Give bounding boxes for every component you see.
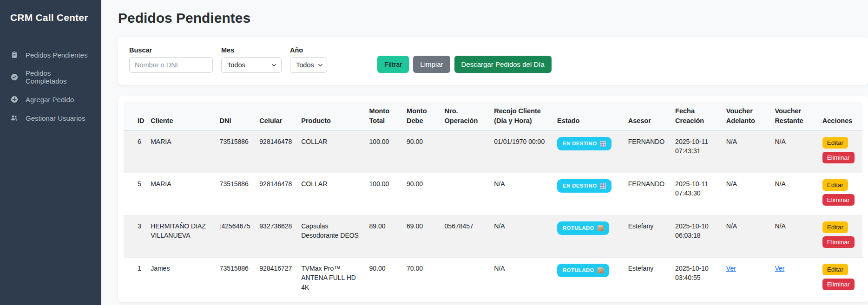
column-header: Fecha Creación bbox=[671, 102, 723, 131]
sidebar-item-label: Pedidos Pendientes bbox=[26, 51, 87, 59]
cell-nro_operacion bbox=[441, 131, 491, 173]
cell-fecha_creacion: 2025-10-11 07:43:31 bbox=[671, 131, 723, 173]
sidebar-item-agregar-pedido[interactable]: Agregar Pedido bbox=[0, 90, 101, 109]
cell-actions: EditarEliminar bbox=[819, 131, 862, 173]
cell-nro_operacion bbox=[441, 173, 491, 215]
page-title: Pedidos Pendientes bbox=[118, 10, 868, 26]
sidebar-item-pedidos-pendientes[interactable]: Pedidos Pendientes bbox=[0, 45, 101, 64]
column-header: Cliente bbox=[147, 102, 216, 131]
sidebar-item-gestionar-usuarios[interactable]: Gestionar Usuarios bbox=[0, 109, 101, 127]
column-header: Estado bbox=[553, 102, 625, 131]
building-icon bbox=[600, 183, 606, 189]
cell-monto_total: 100.00 bbox=[366, 131, 403, 173]
cell-actions: EditarEliminar bbox=[819, 215, 862, 258]
delete-button[interactable]: Eliminar bbox=[822, 194, 855, 206]
status-label: EN DESTINO bbox=[563, 140, 597, 148]
year-select[interactable]: Todos bbox=[290, 57, 327, 73]
cell-producto: TVMax Pro™ ANTENA FULL HD 4K bbox=[297, 258, 365, 300]
package-icon bbox=[598, 267, 604, 273]
cell-celular: 928416727 bbox=[256, 258, 297, 300]
search-input[interactable] bbox=[129, 57, 213, 73]
table-row: 6MARIA73515886928146478COLLAR100.0090.00… bbox=[124, 131, 862, 173]
cell-monto_debe: 90.00 bbox=[403, 131, 441, 173]
cell-voucher_restante: N/A bbox=[771, 215, 818, 258]
cell-monto_total: 90.00 bbox=[366, 258, 403, 300]
package-icon bbox=[598, 225, 604, 231]
cell-producto: COLLAR bbox=[297, 173, 365, 215]
cell-actions: EditarEliminar bbox=[819, 258, 862, 300]
cell-celular: 932736628 bbox=[256, 215, 297, 258]
filter-button[interactable]: Filtrar bbox=[377, 56, 409, 73]
sidebar-nav: Pedidos Pendientes Pedidos Completados A… bbox=[0, 45, 101, 127]
cell-fecha_creacion: 2025-10-11 07:43:30 bbox=[671, 173, 723, 215]
cell-cliente: MARIA bbox=[147, 131, 216, 173]
table-header-row: IDClienteDNICelularProductoMonto TotalMo… bbox=[124, 102, 862, 131]
download-orders-button[interactable]: Descargar Pedidos del Día bbox=[454, 56, 552, 73]
clipboard-icon bbox=[10, 51, 19, 59]
delete-button[interactable]: Eliminar bbox=[822, 236, 855, 248]
edit-button[interactable]: Editar bbox=[822, 137, 848, 149]
cell-producto: Capsulas Desodorante DEOS bbox=[297, 215, 365, 258]
cell-dni: 73515886 bbox=[216, 258, 256, 300]
year-label: Año bbox=[290, 46, 327, 54]
cell-id: 6 bbox=[124, 131, 147, 173]
status-label: ROTULADO bbox=[563, 266, 594, 274]
voucher-ver-link[interactable]: Ver bbox=[726, 265, 736, 272]
cell-celular: 928146478 bbox=[256, 131, 297, 173]
cell-recojo: N/A bbox=[490, 215, 553, 258]
delete-button[interactable]: Eliminar bbox=[822, 152, 855, 163]
cell-nro_operacion bbox=[441, 258, 491, 300]
column-header: DNI bbox=[216, 102, 256, 131]
delete-button[interactable]: Eliminar bbox=[822, 279, 855, 290]
cell-voucher_adelanto: Ver bbox=[723, 258, 771, 300]
cell-fecha_creacion: 2025-10-10 06:03:18 bbox=[671, 215, 723, 258]
column-header: Recojo Cliente (Día y Hora) bbox=[490, 102, 553, 131]
column-header: ID bbox=[124, 102, 147, 131]
main-content: Pedidos Pendientes Buscar Mes Todos Año … bbox=[101, 0, 868, 305]
chevron-down-icon bbox=[271, 63, 276, 68]
clear-button[interactable]: Limpiar bbox=[413, 56, 450, 73]
year-select-value: Todos bbox=[296, 61, 314, 69]
users-gear-icon bbox=[10, 114, 19, 122]
cell-voucher_restante: N/A bbox=[771, 173, 818, 215]
orders-table: IDClienteDNICelularProductoMonto TotalMo… bbox=[124, 102, 862, 299]
sidebar: CRM Call Center Pedidos Pendientes Pedid… bbox=[0, 0, 101, 305]
edit-button[interactable]: Editar bbox=[822, 264, 848, 275]
plus-circle-icon bbox=[10, 95, 19, 104]
search-label: Buscar bbox=[129, 46, 213, 54]
cell-nro_operacion: 05678457 bbox=[441, 215, 491, 258]
cell-id: 5 bbox=[124, 173, 147, 215]
cell-cliente: MARIA bbox=[147, 173, 216, 215]
edit-button[interactable]: Editar bbox=[822, 221, 848, 233]
month-select[interactable]: Todos bbox=[221, 57, 282, 73]
column-header: Monto Total bbox=[366, 102, 403, 131]
filter-card: Buscar Mes Todos Año Todos bbox=[118, 37, 868, 85]
cell-monto_debe: 90.00 bbox=[403, 173, 441, 215]
cell-id: 3 bbox=[124, 215, 147, 258]
status-badge: EN DESTINO bbox=[557, 137, 612, 150]
table-row: 5MARIA73515886928146478COLLAR100.0090.00… bbox=[124, 173, 862, 215]
sidebar-item-label: Pedidos Completados bbox=[26, 69, 91, 85]
column-header: Acciones bbox=[819, 102, 862, 131]
cell-recojo: N/A bbox=[490, 258, 553, 300]
sidebar-item-label: Agregar Pedido bbox=[26, 96, 74, 104]
voucher-ver-link[interactable]: Ver bbox=[775, 265, 784, 272]
cell-voucher_restante: Ver bbox=[771, 258, 818, 300]
cell-monto_debe: 69.00 bbox=[403, 215, 441, 258]
column-header: Monto Debe bbox=[403, 102, 441, 131]
edit-button[interactable]: Editar bbox=[822, 179, 848, 191]
app-title: CRM Call Center bbox=[0, 0, 101, 28]
cell-estado: ROTULADO bbox=[553, 258, 625, 300]
column-header: Voucher Adelanto bbox=[723, 102, 771, 131]
table-row: 1James73515886928416727TVMax Pro™ ANTENA… bbox=[124, 258, 862, 300]
status-badge: ROTULADO bbox=[557, 264, 609, 277]
cell-monto_debe: 70.00 bbox=[403, 258, 441, 300]
cell-actions: EditarEliminar bbox=[819, 173, 862, 215]
cell-estado: ROTULADO bbox=[553, 215, 625, 258]
sidebar-item-pedidos-completados[interactable]: Pedidos Completados bbox=[0, 64, 101, 90]
status-badge: ROTULADO bbox=[557, 221, 609, 235]
cell-estado: EN DESTINO bbox=[553, 131, 625, 173]
cell-voucher_restante: N/A bbox=[771, 131, 818, 173]
building-icon bbox=[600, 141, 606, 147]
cell-asesor: Estefany bbox=[625, 215, 671, 258]
